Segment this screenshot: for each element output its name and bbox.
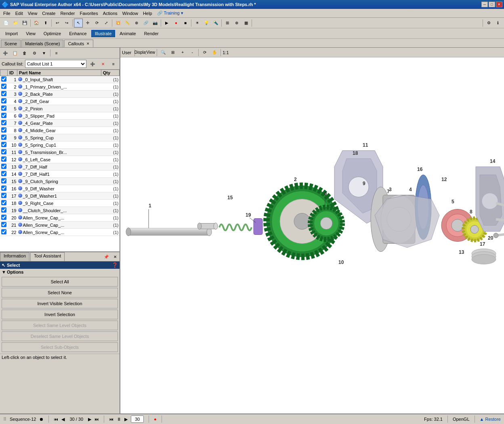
info-panel-close[interactable]: ✕ (111, 252, 120, 261)
invert-visible-button[interactable]: Invert Visible Selection (2, 299, 118, 308)
row-checkbox-cell[interactable] (0, 207, 8, 214)
canvas-display-btn[interactable]: Display (136, 48, 145, 57)
tb-axis[interactable]: ⊕ (232, 19, 241, 27)
playback-prev[interactable]: ◀ (61, 417, 65, 422)
row-checkbox[interactable] (1, 113, 6, 118)
canvas-pan-btn[interactable]: ✋ (210, 48, 219, 57)
row-checkbox-cell[interactable] (0, 214, 8, 221)
row-checkbox-cell[interactable] (0, 200, 8, 207)
callout-list-select[interactable]: Callout List 1 (25, 60, 86, 68)
tab-scene[interactable]: Scene (1, 40, 21, 47)
table-row[interactable]: 14 _7_Diff_Half1 (1) (0, 171, 120, 178)
tb-snap[interactable]: 🔗 (141, 19, 150, 27)
playback-play[interactable]: ▶ (124, 417, 128, 422)
top-menu-illustrate[interactable]: Illustrate (91, 30, 116, 37)
table-row[interactable]: 15 _9_Clutch_Spring (1) (0, 178, 120, 185)
callout-settings-btn[interactable]: ⚙ (30, 49, 39, 57)
row-checkbox-cell[interactable] (0, 163, 8, 171)
select-same-level-button[interactable]: Select Same Level Objects (2, 321, 118, 330)
menu-help[interactable]: Help (141, 10, 155, 17)
row-checkbox[interactable] (1, 193, 6, 198)
row-checkbox-cell[interactable] (0, 127, 8, 134)
tb-explode[interactable]: 💥 (113, 19, 122, 27)
callout-copy-btn[interactable]: 📋 (10, 49, 19, 57)
row-checkbox[interactable] (1, 149, 6, 154)
table-row[interactable]: 22 Allen_Screw_Cap_... (1) (0, 229, 120, 236)
row-checkbox[interactable] (1, 142, 6, 147)
info-help-icon[interactable]: ❓ (112, 262, 118, 268)
row-checkbox[interactable] (1, 178, 6, 184)
info-tab-information[interactable]: Information (0, 252, 29, 261)
tb-grid[interactable]: ⊞ (223, 19, 232, 27)
tb-rotate[interactable]: ⟳ (92, 19, 101, 27)
playback-reverse[interactable]: ⏮ (109, 417, 113, 422)
invert-selection-button[interactable]: Invert Selection (2, 310, 118, 319)
row-checkbox[interactable] (1, 215, 6, 220)
table-row[interactable]: 16 _9_Diff_Washer (1) (0, 185, 120, 192)
table-row[interactable]: 2 _1_Primary_Driven_... (1) (0, 83, 120, 91)
tb-redo[interactable]: ↪ (62, 19, 71, 27)
select-all-button[interactable]: Select All (2, 277, 118, 287)
row-checkbox[interactable] (1, 105, 6, 111)
table-row[interactable]: 8 _4_Middle_Gear (1) (0, 127, 120, 134)
menu-view[interactable]: View (25, 10, 40, 17)
sequence-record-icon[interactable]: ⏺ (39, 417, 44, 422)
row-checkbox[interactable] (1, 171, 6, 176)
close-button[interactable]: ✕ (496, 2, 502, 7)
playback-start[interactable]: ⏮ (54, 417, 58, 422)
row-checkbox-cell[interactable] (0, 221, 8, 229)
top-menu-view[interactable]: View (22, 30, 39, 37)
canvas-zoom-out-btn[interactable]: - (188, 48, 197, 57)
tb-light3[interactable]: 🔦 (211, 19, 220, 27)
menu-training[interactable]: 🔗 Training ▾ (155, 10, 186, 17)
table-row[interactable]: 21 Allen_Screw_Cap_... (1) (0, 221, 120, 229)
table-row[interactable]: 19 __Clutch_Shoulder_... (1) (0, 207, 120, 214)
row-checkbox-cell[interactable] (0, 76, 8, 83)
table-row[interactable]: 10 _5_Spring_Cup1 (1) (0, 141, 120, 149)
callout-delete-list-btn[interactable]: ✕ (99, 59, 107, 68)
callout-delete-btn[interactable]: 🗑 (20, 49, 29, 57)
tb-play[interactable]: ▶ (162, 19, 171, 27)
info-tab-tool-assistant[interactable]: Tool Assistant (30, 252, 65, 261)
table-row[interactable]: 18 _9_Right_Case (1) (0, 200, 120, 207)
row-checkbox[interactable] (1, 186, 6, 191)
row-checkbox[interactable] (1, 135, 6, 140)
tb-undo[interactable]: ↩ (53, 19, 62, 27)
row-checkbox[interactable] (1, 164, 6, 169)
row-checkbox-cell[interactable] (0, 105, 8, 112)
table-row[interactable]: 20 Allen_Screw_Cap_... (1) (0, 214, 120, 221)
menu-window[interactable]: Window (120, 10, 141, 17)
row-checkbox[interactable] (1, 76, 6, 82)
tb-open[interactable]: 📁 (11, 19, 20, 27)
menu-favorites[interactable]: Favorites (77, 10, 100, 17)
tb-move[interactable]: ✛ (83, 19, 92, 27)
table-row[interactable]: 11 _5_Transmission_Br... (1) (0, 149, 120, 156)
canvas-rotate-btn[interactable]: ⟳ (200, 48, 209, 57)
row-checkbox-cell[interactable] (0, 171, 8, 178)
row-checkbox-cell[interactable] (0, 192, 8, 200)
tb-save[interactable]: 💾 (20, 19, 29, 27)
tb-transform[interactable]: ⤢ (102, 19, 111, 27)
tb-settings[interactable]: ⚙ (484, 19, 493, 27)
menu-file[interactable]: File (1, 10, 13, 17)
tab-materials[interactable]: Materials (Scene) (21, 40, 63, 47)
info-panel-pin[interactable]: 📌 (102, 252, 111, 261)
minimize-button[interactable]: ─ (481, 2, 488, 7)
table-row[interactable]: 6 _3_Slipper_Pad (1) (0, 112, 120, 120)
select-none-button[interactable]: Select None (2, 288, 118, 297)
row-checkbox-cell[interactable] (0, 134, 8, 141)
row-checkbox-cell[interactable] (0, 120, 8, 127)
top-menu-render[interactable]: Render (141, 30, 162, 37)
tb-info[interactable]: ℹ (494, 19, 502, 27)
row-checkbox[interactable] (1, 84, 6, 89)
table-row[interactable]: 3 _2_Back_Plate (1) (0, 91, 120, 98)
callout-list-options-btn[interactable]: ≡ (109, 59, 118, 68)
canvas-view-btn[interactable]: View (146, 48, 155, 57)
row-checkbox-cell[interactable] (0, 185, 8, 192)
menu-create[interactable]: Create (40, 10, 58, 17)
table-row[interactable]: 13 _7_Diff_Half (1) (0, 163, 120, 171)
callout-add-btn[interactable]: ➕ (1, 49, 10, 57)
menu-edit[interactable]: Edit (13, 10, 25, 17)
row-checkbox-cell[interactable] (0, 98, 8, 105)
tb-new[interactable]: 📄 (2, 19, 10, 27)
